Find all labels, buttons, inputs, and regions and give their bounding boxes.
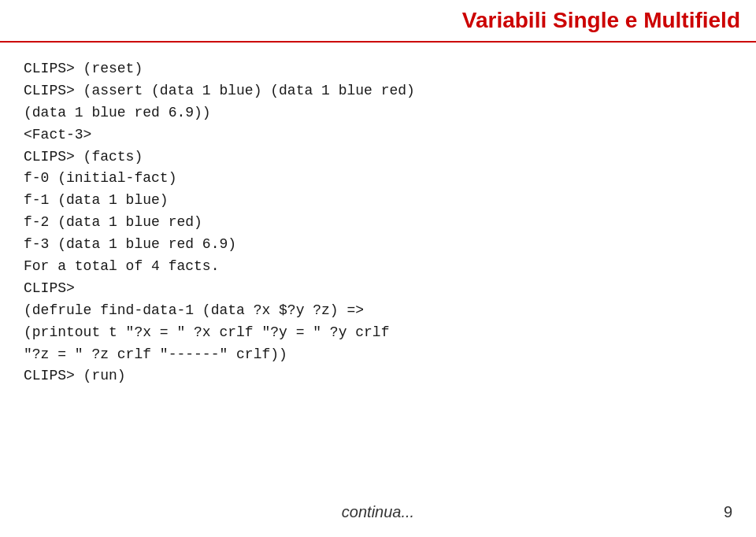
code-line-4: <Fact-3> (24, 127, 91, 143)
code-line-15: CLIPS> (run) (24, 368, 126, 383)
code-line-6: f-0 (initial-fact) (24, 170, 176, 186)
code-line-3: (data 1 blue red 6.9)) (24, 105, 211, 120)
code-line-14: "?z = " ?z crlf "------" crlf)) (24, 346, 287, 362)
code-line-9: f-3 (data 1 blue red 6.9) (24, 236, 236, 252)
code-line-8: f-2 (data 1 blue red) (24, 214, 202, 230)
slide-header: Variabili Single e Multifield (0, 0, 756, 43)
code-line-10: For a total of 4 facts. (24, 258, 219, 274)
code-line-13: (printout t "?x = " ?x crlf "?y = " ?y c… (24, 324, 389, 340)
footer-continua: continua... (342, 503, 414, 521)
code-line-11: CLIPS> (24, 280, 75, 296)
slide-footer: continua... (0, 503, 756, 521)
page-number: 9 (724, 503, 732, 521)
slide-content: CLIPS> (reset) CLIPS> (assert (data 1 bl… (0, 43, 756, 403)
code-block: CLIPS> (reset) CLIPS> (assert (data 1 bl… (24, 58, 732, 387)
code-line-2: CLIPS> (assert (data 1 blue) (data 1 blu… (24, 83, 415, 98)
slide-title: Variabili Single e Multifield (462, 8, 740, 32)
code-line-12: (defrule find-data-1 (data ?x $?y ?z) => (24, 302, 364, 318)
code-line-7: f-1 (data 1 blue) (24, 192, 169, 208)
code-line-5: CLIPS> (facts) (24, 149, 143, 165)
code-line-1: CLIPS> (reset) (24, 61, 143, 76)
